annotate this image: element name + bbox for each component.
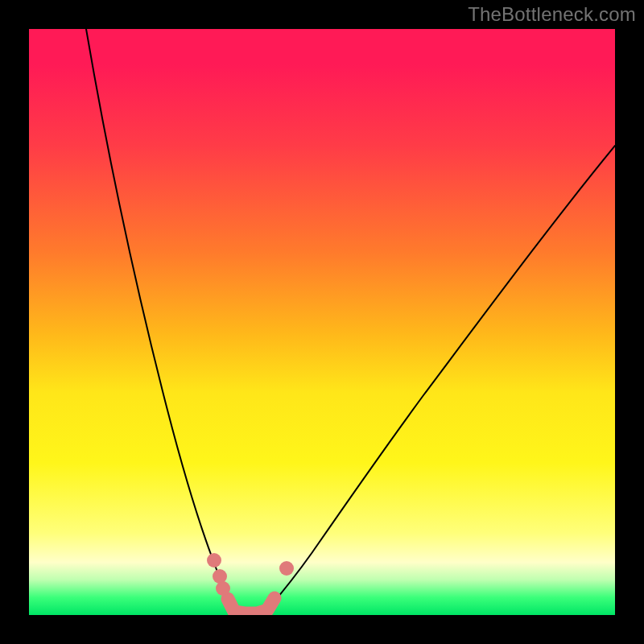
watermark-text: TheBottleneck.com xyxy=(468,3,636,26)
right-curve xyxy=(266,146,615,612)
marker-floor xyxy=(228,598,275,613)
left-curve xyxy=(86,29,234,613)
curve-layer xyxy=(29,29,615,615)
marker-dot xyxy=(207,553,221,568)
marker-dot xyxy=(216,581,230,596)
plot-area xyxy=(29,29,615,615)
chart-frame: TheBottleneck.com xyxy=(0,0,644,644)
marker-dot xyxy=(279,561,294,576)
